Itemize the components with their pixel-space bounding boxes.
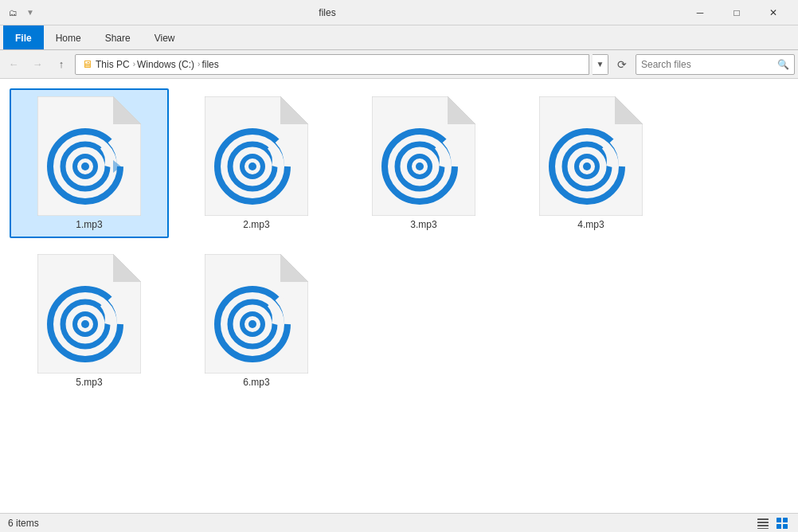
svg-marker-26 (113, 254, 141, 282)
breadcrumb-drive: Windows (C:) › (137, 59, 201, 70)
svg-point-36 (248, 320, 256, 328)
file-item-5[interactable]: 5.mp3 (10, 246, 169, 396)
close-button[interactable]: ✕ (755, 0, 792, 25)
file-icon-6 (205, 254, 308, 374)
view-controls (755, 515, 790, 531)
item-count: 6 items (8, 518, 39, 529)
svg-rect-40 (757, 528, 769, 529)
file-item-3[interactable]: 3.mp3 (344, 88, 503, 238)
maximize-button[interactable]: □ (718, 0, 755, 25)
address-bar: ← → ↑ 🖥 This PC › Windows (C:) › files ▼… (0, 50, 798, 79)
address-path[interactable]: 🖥 This PC › Windows (C:) › files (75, 54, 589, 75)
path-folder-icon: 🖥 (82, 58, 92, 70)
svg-marker-14 (448, 96, 475, 124)
address-dropdown[interactable]: ▼ (593, 54, 608, 75)
file-label-5: 5.mp3 (76, 377, 102, 388)
svg-rect-42 (783, 518, 788, 522)
breadcrumb-folder: files (201, 59, 218, 70)
svg-marker-1 (113, 96, 141, 124)
file-label-2: 2.mp3 (243, 219, 269, 230)
svg-marker-32 (280, 254, 308, 282)
content-area: 1.mp3 2.mp3 (0, 79, 798, 513)
file-label-6: 6.mp3 (243, 377, 269, 388)
ribbon-tabs: File Home Share View (0, 25, 798, 49)
large-icons-view-button[interactable] (774, 515, 790, 531)
svg-rect-41 (776, 518, 781, 522)
file-item-2[interactable]: 2.mp3 (177, 88, 336, 238)
search-input[interactable] (641, 59, 774, 70)
svg-rect-38 (757, 522, 769, 523)
search-icon: 🔍 (777, 59, 789, 70)
file-icon-5 (37, 254, 141, 374)
svg-rect-37 (757, 518, 769, 520)
svg-point-24 (583, 162, 591, 170)
svg-rect-43 (776, 524, 781, 529)
window-controls: ─ □ ✕ (682, 0, 792, 25)
svg-point-5 (81, 162, 89, 170)
window-title: files (0, 7, 682, 18)
tab-home[interactable]: Home (44, 25, 93, 49)
back-button[interactable]: ← (3, 54, 24, 75)
search-box[interactable]: 🔍 (636, 54, 795, 75)
up-button[interactable]: ↑ (51, 54, 72, 75)
minimize-button[interactable]: ─ (682, 0, 718, 25)
tab-view[interactable]: View (143, 25, 187, 49)
file-label-4: 4.mp3 (577, 219, 604, 230)
tab-file[interactable]: File (3, 25, 44, 49)
file-label-1: 1.mp3 (76, 219, 102, 230)
file-item-4[interactable]: 4.mp3 (511, 88, 671, 238)
file-item-1[interactable]: 1.mp3 (10, 88, 169, 238)
file-icon-3 (372, 96, 475, 216)
breadcrumb-thispc: This PC › (96, 59, 137, 70)
status-bar: 6 items (0, 513, 798, 532)
svg-marker-20 (615, 96, 643, 124)
svg-point-30 (81, 320, 89, 328)
svg-point-12 (248, 162, 256, 170)
refresh-button[interactable]: ⟳ (612, 54, 632, 75)
file-icon-4 (539, 96, 643, 216)
main-area: 1.mp3 2.mp3 (0, 79, 798, 513)
file-icon-2 (205, 96, 308, 216)
svg-rect-39 (757, 525, 769, 526)
file-label-3: 3.mp3 (410, 219, 436, 230)
file-icon-1 (37, 96, 141, 216)
forward-button[interactable]: → (27, 54, 48, 75)
tab-share[interactable]: Share (93, 25, 143, 49)
ribbon: File Home Share View (0, 25, 798, 50)
svg-marker-8 (280, 96, 308, 124)
details-view-button[interactable] (755, 515, 771, 531)
file-item-6[interactable]: 6.mp3 (177, 246, 336, 396)
title-bar: 🗂 ▼ files ─ □ ✕ (0, 0, 798, 25)
svg-rect-44 (783, 524, 788, 529)
file-grid: 1.mp3 2.mp3 (10, 88, 788, 396)
svg-point-18 (416, 162, 424, 170)
